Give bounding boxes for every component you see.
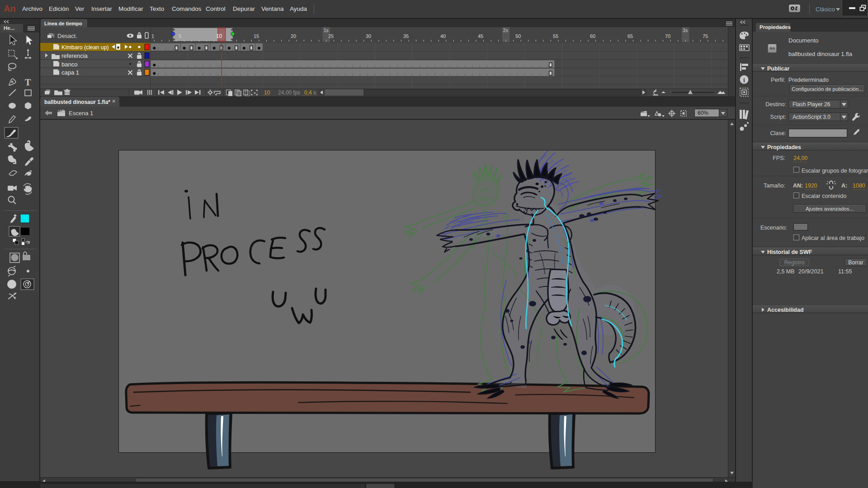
svg-text:1: 1 bbox=[151, 33, 154, 39]
svg-text:i: i bbox=[743, 77, 745, 84]
svg-text:10: 10 bbox=[216, 33, 222, 39]
svg-text:2s: 2s bbox=[503, 28, 508, 33]
svg-text:70: 70 bbox=[665, 33, 670, 39]
svg-text:3s: 3s bbox=[683, 28, 688, 33]
svg-text:s: s bbox=[313, 89, 316, 96]
svg-text:capa 1: capa 1 bbox=[61, 69, 79, 76]
svg-text:15: 15 bbox=[254, 33, 259, 39]
svg-text:75: 75 bbox=[703, 33, 708, 39]
svg-text:50: 50 bbox=[515, 33, 521, 39]
svg-text:T: T bbox=[25, 77, 31, 87]
svg-text:referencia: referencia bbox=[61, 52, 88, 59]
svg-text:Desact.: Desact. bbox=[57, 33, 77, 39]
svg-text:10: 10 bbox=[264, 89, 270, 96]
svg-text:20: 20 bbox=[291, 33, 296, 39]
svg-text:35: 35 bbox=[403, 33, 409, 39]
svg-text:40: 40 bbox=[440, 33, 446, 39]
svg-text:24,00 fps: 24,00 fps bbox=[278, 89, 300, 96]
svg-text:0,4: 0,4 bbox=[304, 89, 312, 96]
svg-text:45: 45 bbox=[478, 33, 483, 39]
svg-text:25: 25 bbox=[328, 33, 334, 39]
svg-text:60: 60 bbox=[590, 33, 595, 39]
svg-text:banco: banco bbox=[61, 61, 77, 68]
svg-text:1s: 1s bbox=[324, 28, 329, 33]
svg-text:30: 30 bbox=[366, 33, 371, 39]
svg-text:55: 55 bbox=[553, 33, 558, 39]
svg-text:65: 65 bbox=[627, 33, 633, 39]
svg-text:5: 5 bbox=[179, 33, 181, 39]
svg-text:Kímbaro (clean up): Kímbaro (clean up) bbox=[61, 44, 109, 51]
